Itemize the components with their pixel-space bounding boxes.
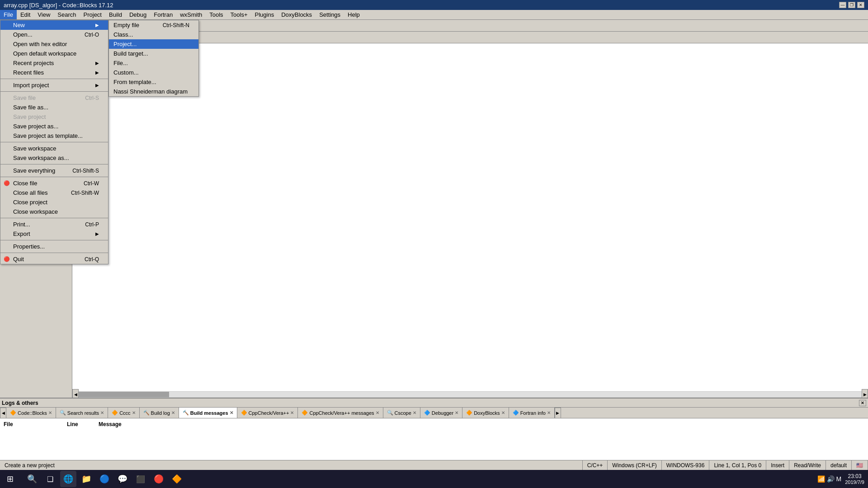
tab-build-log-close[interactable]: ✕ [171,410,175,415]
tab-build-messages[interactable]: 🔨 Build messages ✕ [179,408,237,418]
submenu-empty-file[interactable]: Empty file Ctrl-Shift-N [109,20,198,30]
menu-edit[interactable]: Edit [17,10,34,19]
tab-fortran-close[interactable]: ✕ [547,410,551,415]
scroll-thumb[interactable] [79,392,169,397]
menu-export[interactable]: Export ▶ [0,229,108,239]
restore-button[interactable]: ❐ [848,2,855,8]
tab-cppcheck[interactable]: 🔶 CppCheck/Vera++ ✕ [237,408,298,418]
menu-debug[interactable]: Debug [126,10,150,19]
menu-import-project[interactable]: Import project ▶ [0,80,108,90]
menu-open-hex[interactable]: Open with hex editor [0,39,108,49]
submenu-file[interactable]: File... [109,58,198,68]
tab-search-results[interactable]: 🔍 Search results ✕ [56,408,108,418]
tab-cppcheck-msgs[interactable]: 🔶 CppCheck/Vera++ messages ✕ [298,408,383,418]
tab-build-log[interactable]: 🔨 Build log ✕ [140,408,179,418]
tab-codeblocks[interactable]: 🔶 Code::Blocks ✕ [6,408,56,418]
menu-save-project[interactable]: Save project [0,112,108,122]
taskbar-search[interactable]: 🔍 [24,471,40,487]
menu-recent-projects[interactable]: Recent projects ▶ [0,58,108,68]
taskbar-app7[interactable]: 🔶 [169,471,185,487]
menu-quit[interactable]: 🔴 Quit Ctrl-Q [0,254,108,264]
tab-search-close[interactable]: ✕ [100,410,104,415]
tab-doxyblocks[interactable]: 🔶 DoxyBlocks ✕ [462,408,509,418]
menu-save-workspace-as[interactable]: Save workspace as... [0,153,108,163]
menu-project[interactable]: Project [80,10,105,19]
submenu-nassi[interactable]: Nassi Shneiderman diagram [109,87,198,96]
menu-print[interactable]: Print... Ctrl-P [0,220,108,229]
submenu-custom[interactable]: Custom... [109,68,198,77]
minimize-button[interactable]: — [839,2,846,8]
taskbar-task-view[interactable]: ❑ [42,471,58,487]
tray-ime[interactable]: M [836,475,842,483]
h-scrollbar[interactable]: ◀ ▶ [72,391,868,398]
menu-open[interactable]: Open... Ctrl-O [0,30,108,39]
tab-cccc-close[interactable]: ✕ [132,410,136,415]
taskbar-chrome[interactable]: 🔵 [96,471,113,487]
menu-save-workspace[interactable]: Save workspace [0,144,108,153]
menu-close-all-files[interactable]: Close all files Ctrl-Shift-W [0,188,108,197]
taskbar-wechat[interactable]: 💬 [114,471,131,487]
tab-cccc-label: Cccc [119,410,130,416]
tab-doxyblocks-close[interactable]: ✕ [501,410,505,415]
tab-fortran-info[interactable]: 🔷 Fortran info ✕ [509,408,555,418]
menu-file[interactable]: File [0,10,17,19]
taskbar-app6[interactable]: 🔴 [151,471,167,487]
bottom-panel: Logs & others ✕ ◀ 🔶 Code::Blocks ✕ 🔍 Sea… [0,398,868,470]
menu-open-workspace[interactable]: Open default workspace [0,49,108,58]
menu-save-project-as[interactable]: Save project as... [0,122,108,131]
tray-clock[interactable]: 23:03 2019/7/9 [845,473,864,485]
menu-view[interactable]: View [34,10,54,19]
sep-5 [0,177,108,177]
status-bar: Create a new project C/C++ Windows (CR+L… [0,460,868,470]
tab-cppcheck-msgs-close[interactable]: ✕ [376,410,379,415]
start-button[interactable]: ⊞ [0,470,20,488]
tab-debugger[interactable]: 🔷 Debugger ✕ [420,408,462,418]
menu-new[interactable]: New ▶ [0,20,108,30]
menu-save-file[interactable]: Save file Ctrl-S [0,93,108,103]
taskbar-explorer[interactable]: 📁 [78,471,94,487]
taskbar-app5[interactable]: ⬛ [132,471,149,487]
close-button[interactable]: ✕ [857,2,864,8]
tab-cscope[interactable]: 🔍 Cscope ✕ [383,408,420,418]
menu-search[interactable]: Search [54,10,80,19]
tray-network[interactable]: 📶 [817,475,825,483]
tray-volume[interactable]: 🔊 [827,475,835,483]
menu-close-project[interactable]: Close project [0,197,108,207]
tabs-scroll-right[interactable]: ▶ [555,408,561,418]
tab-cppcheck-close[interactable]: ✕ [290,410,294,415]
menu-fortran[interactable]: Fortran [150,10,176,19]
tab-debugger-label: Debugger [432,410,453,416]
submenu-from-template[interactable]: From template... [109,77,198,87]
menu-properties[interactable]: Properties... [0,242,108,251]
menu-tools-plus[interactable]: Tools+ [227,10,251,19]
menu-help[interactable]: Help [344,10,363,19]
tab-codeblocks-close[interactable]: ✕ [48,410,52,415]
menu-close-workspace[interactable]: Close workspace [0,207,108,216]
tab-cccc[interactable]: 🔶 Cccc ✕ [108,408,139,418]
submenu-class[interactable]: Class... [109,30,198,39]
taskbar-edge[interactable]: 🌐 [60,471,76,487]
menu-recent-files[interactable]: Recent files ▶ [0,68,108,77]
menu-plugins[interactable]: Plugins [251,10,278,19]
tab-fortran-label: Fortran info [520,410,546,416]
tab-build-messages-close[interactable]: ✕ [230,410,233,415]
submenu-project[interactable]: Project... [109,39,198,49]
menu-save-everything[interactable]: Save everything Ctrl-Shift-S [0,166,108,175]
menu-save-file-as[interactable]: Save file as... [0,103,108,112]
menu-wxsmith[interactable]: wxSmith [176,10,206,19]
menu-new-arrow: ▶ [95,23,99,28]
menu-doxyblocks[interactable]: DoxyBlocks [278,10,316,19]
tab-debugger-close[interactable]: ✕ [455,410,458,415]
tabs-scroll-left[interactable]: ◀ [0,408,6,418]
menu-save-everything-label: Save everything [13,167,55,174]
scroll-track[interactable] [79,392,862,397]
menu-close-file[interactable]: 🔴 Close file Ctrl-W [0,178,108,188]
menu-tools[interactable]: Tools [206,10,226,19]
menu-settings[interactable]: Settings [316,10,344,19]
logs-close[interactable]: ✕ [859,400,866,406]
menu-build[interactable]: Build [105,10,126,19]
tab-cscope-close[interactable]: ✕ [413,410,416,415]
tab-cccc-icon: 🔶 [112,410,118,416]
menu-save-project-template[interactable]: Save project as template... [0,131,108,141]
submenu-build-target[interactable]: Build target... [109,49,198,58]
